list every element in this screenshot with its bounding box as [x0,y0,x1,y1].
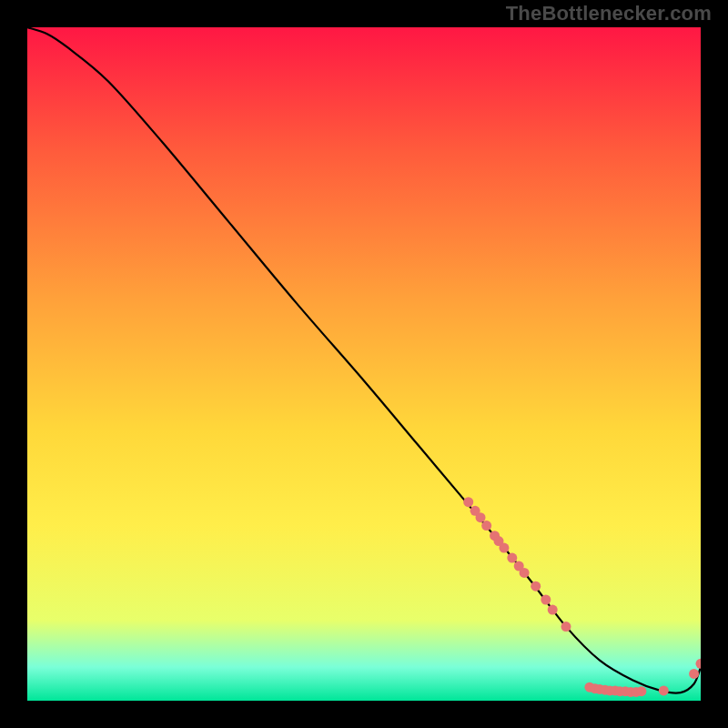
plot-area [27,27,701,701]
data-point [507,553,517,563]
data-point [689,669,699,679]
data-point [531,581,541,592]
data-point [541,595,551,605]
data-point [499,543,509,553]
data-point [636,686,646,696]
data-point [476,512,486,522]
data-point [659,685,669,695]
chart-frame: TheBottlenecker.com [0,0,728,728]
watermark-text: TheBottlenecker.com [506,2,712,25]
data-point [520,568,530,578]
gradient-background [27,27,701,701]
data-point [481,521,491,531]
chart-svg [27,27,701,701]
data-point [463,497,473,507]
data-point [561,622,571,632]
data-point [548,605,558,615]
